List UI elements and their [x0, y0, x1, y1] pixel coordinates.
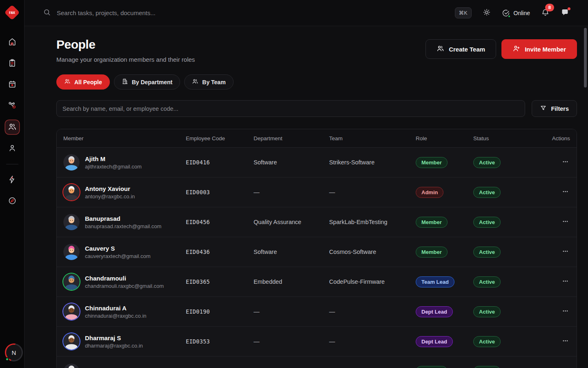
topbar-actions: ⌘K Online 8 — [455, 7, 569, 18]
row-actions-button[interactable] — [561, 305, 570, 318]
employee-code: EID0416 — [186, 159, 254, 166]
department-cell: — — [254, 189, 329, 195]
calendar-icon — [8, 80, 17, 90]
people-search-input[interactable] — [62, 105, 519, 112]
sidebar: rax N — [0, 0, 24, 368]
sidebar-item-automations[interactable] — [5, 173, 19, 187]
building-icon — [122, 78, 128, 86]
employee-code: EID0003 — [186, 189, 254, 195]
messages-button[interactable] — [561, 8, 569, 18]
status-badge: Active — [473, 187, 501, 198]
member-email: antony@raxgbc.co.in — [85, 193, 135, 200]
connection-status[interactable]: Online — [502, 9, 530, 17]
role-badge: Member — [416, 247, 448, 258]
global-search-input[interactable] — [57, 9, 341, 16]
department-cell: Embedded — [254, 278, 329, 285]
page-subtitle: Manage your organization members and the… — [56, 56, 195, 63]
global-search[interactable] — [43, 8, 448, 18]
ellipsis-icon — [561, 158, 569, 167]
sun-icon — [483, 8, 491, 18]
sidebar-divider — [6, 164, 18, 164]
tab-by-team[interactable]: By Team — [184, 74, 233, 90]
employee-code: EID0456 — [186, 219, 254, 225]
table-row[interactable]: Dharmaraj S dharmaraj@raxgbc.co.in EID03… — [57, 327, 577, 357]
table-row[interactable]: Banuprasad banuprasad.raxtech@gmail.com … — [57, 207, 577, 237]
status-badge: Active — [473, 276, 501, 287]
online-label: Online — [514, 10, 530, 16]
table-header-row: MemberEmployee CodeDepartmentTeamRoleSta… — [57, 129, 577, 148]
sidebar-item-goals[interactable] — [5, 194, 19, 208]
role-badge: Member — [416, 217, 448, 228]
sidebar-item-profile[interactable] — [5, 141, 19, 155]
row-actions-button[interactable] — [561, 156, 570, 168]
notifications-button[interactable]: 8 — [541, 8, 550, 18]
sidebar-user-avatar[interactable]: N — [5, 343, 23, 361]
avatar — [63, 303, 80, 320]
create-team-label: Create Team — [449, 46, 485, 53]
avatar — [63, 214, 80, 230]
table-row[interactable]: Dinesh Kumar EID0379 Embedded FirmEdge-F… — [57, 357, 577, 368]
filters-button[interactable]: Filters — [532, 100, 577, 117]
member-email: chandramouli.raxgbc@gmail.com — [85, 283, 164, 289]
sidebar-item-home[interactable] — [5, 35, 19, 49]
row-actions-button[interactable] — [561, 276, 570, 288]
ellipsis-icon — [561, 277, 569, 286]
team-cell: — — [329, 338, 416, 345]
table-row[interactable]: Chinnadurai A chinnadurai@raxgbc.co.in E… — [57, 297, 577, 327]
avatar — [63, 333, 80, 350]
member-name: Dharmaraj S — [85, 334, 143, 341]
row-actions-button[interactable] — [561, 335, 570, 348]
employee-code: EID0436 — [186, 249, 254, 255]
table-row[interactable]: Antony Xaviour antony@raxgbc.co.in EID00… — [57, 177, 577, 207]
member-email: dharmaraj@raxgbc.co.in — [85, 343, 143, 349]
tab-by-department[interactable]: By Department — [114, 74, 180, 90]
table-body: Ajith M ajithraxtech@gmail.com EID0416 S… — [57, 148, 577, 368]
row-actions-button[interactable] — [561, 186, 570, 198]
clipboard-icon — [8, 58, 17, 69]
role-badge: Dept Lead — [416, 336, 453, 347]
tab-all-people[interactable]: All People — [56, 74, 110, 90]
page-header: People Manage your organization members … — [56, 38, 577, 63]
notification-count-badge: 8 — [545, 4, 554, 11]
status-badge: Active — [473, 217, 501, 228]
table-toolbar: Filters — [56, 100, 577, 117]
department-cell: Quality Assurance — [254, 219, 329, 225]
employee-code: EID0353 — [186, 338, 254, 345]
row-actions-button[interactable] — [561, 366, 570, 368]
table-row[interactable]: Cauvery S cauveryraxtech@gmail.com EID04… — [57, 237, 577, 267]
theme-toggle-button[interactable] — [483, 8, 491, 18]
role-badge: Team Lead — [416, 276, 454, 287]
role-badge: Admin — [416, 187, 443, 198]
table-row[interactable]: Chandramouli chandramouli.raxgbc@gmail.c… — [57, 267, 577, 297]
page-title: People — [56, 38, 195, 52]
app-logo[interactable]: rax — [4, 4, 20, 20]
sidebar-nav — [5, 35, 19, 208]
role-badge: Member — [416, 157, 448, 168]
team-cell: CodePulse-Firmware — [329, 278, 416, 285]
team-cell: Strikers-Software — [329, 159, 416, 166]
users-icon — [192, 78, 198, 86]
sidebar-item-people[interactable] — [5, 120, 19, 134]
logo-text: rax — [9, 10, 15, 15]
column-header: Role — [416, 135, 473, 141]
employee-code: EID0365 — [186, 278, 254, 285]
scrollbar-thumb[interactable] — [584, 28, 587, 88]
sidebar-item-workflow[interactable] — [5, 99, 19, 113]
team-cell: — — [329, 308, 416, 315]
invite-member-button[interactable]: Invite Member — [501, 39, 577, 59]
create-team-button[interactable]: Create Team — [425, 39, 496, 59]
avatar — [63, 364, 80, 368]
sidebar-item-calendar[interactable] — [5, 78, 19, 92]
table-row[interactable]: Ajith M ajithraxtech@gmail.com EID0416 S… — [57, 148, 577, 177]
users-icon — [437, 45, 444, 54]
sidebar-item-tasks[interactable] — [5, 56, 19, 70]
row-actions-button[interactable] — [561, 246, 570, 258]
row-actions-button[interactable] — [561, 216, 570, 228]
employee-code: EID0190 — [186, 308, 254, 315]
avatar — [63, 154, 80, 171]
column-header: Employee Code — [186, 135, 254, 141]
avatar — [63, 274, 80, 290]
target-icon — [8, 196, 17, 206]
ellipsis-icon — [561, 247, 569, 256]
people-search[interactable] — [56, 100, 525, 117]
